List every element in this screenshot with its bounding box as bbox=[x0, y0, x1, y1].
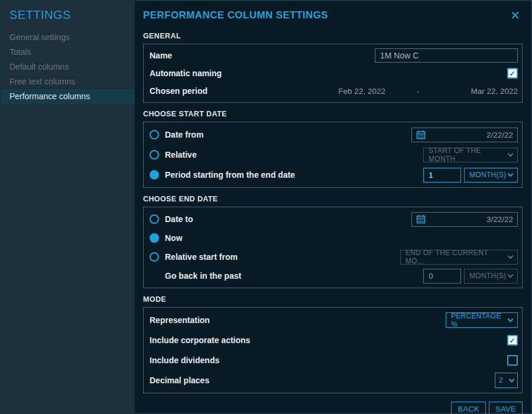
go-back-unit-dropdown[interactable]: MONTH(S) bbox=[464, 269, 518, 283]
date-from-radio[interactable] bbox=[150, 130, 159, 139]
date-from-value: 2/22/22 bbox=[486, 131, 513, 139]
include-dividends-row: Include dividends bbox=[150, 350, 518, 370]
name-label: Name bbox=[150, 51, 172, 60]
date-from-row: Date from 2/22/2 bbox=[150, 125, 518, 145]
period-from-end-label: Period starting from the end date bbox=[165, 170, 295, 180]
section-start-date-box: Date from 2/22/2 bbox=[143, 122, 523, 188]
calendar-icon bbox=[416, 214, 426, 224]
performance-column-settings-panel: PERFORMANCE COLUMN SETTINGS ✕ GENERAL Na… bbox=[135, 1, 531, 413]
now-radio[interactable] bbox=[150, 233, 159, 243]
decimal-places-value: 2 bbox=[499, 376, 503, 384]
include-corporate-actions-checkbox[interactable] bbox=[507, 335, 518, 345]
chosen-period-values: Feb 22, 2022 - Mar 22, 2022 bbox=[338, 87, 518, 96]
period-unit-value: MONTH(S) bbox=[469, 171, 506, 179]
sidebar-item-general-settings[interactable]: General settings bbox=[1, 30, 135, 45]
date-to-input[interactable]: 3/22/22 bbox=[411, 212, 518, 227]
relative-label: Relative bbox=[165, 150, 197, 159]
decimal-places-label: Decimal places bbox=[150, 376, 209, 385]
include-corporate-actions-row: Include corporate actions bbox=[150, 330, 518, 350]
name-input[interactable] bbox=[375, 48, 518, 63]
date-from-input[interactable]: 2/22/22 bbox=[411, 128, 518, 142]
footer-actions: BACK SAVE bbox=[143, 402, 523, 414]
automatic-naming-label: Automatic naming bbox=[150, 69, 222, 78]
section-general-title: GENERAL bbox=[143, 32, 523, 40]
section-general-box: Name Automatic naming Chosen period Feb … bbox=[143, 44, 523, 103]
now-row: Now bbox=[150, 229, 518, 247]
representation-dropdown[interactable]: PERCENTAGE % bbox=[446, 312, 518, 328]
automatic-naming-checkbox[interactable] bbox=[507, 68, 518, 79]
decimal-places-row: Decimal places 2 bbox=[150, 370, 518, 390]
period-from-end-row: Period starting from the end date MONTH(… bbox=[150, 165, 518, 185]
section-mode-box: Representation PERCENTAGE % Include corp… bbox=[143, 307, 523, 393]
section-end-date-box: Date to 3/22/22 bbox=[143, 207, 523, 288]
section-mode: MODE Representation PERCENTAGE % Include… bbox=[143, 295, 523, 393]
relative-radio[interactable] bbox=[150, 150, 159, 159]
panel-header: PERFORMANCE COLUMN SETTINGS ✕ bbox=[143, 9, 523, 25]
representation-label: Representation bbox=[150, 315, 210, 325]
relative-start-from-value: END OF THE CURRENT MO... bbox=[406, 249, 508, 265]
section-mode-title: MODE bbox=[143, 295, 523, 304]
go-back-label: Go back in the past bbox=[165, 271, 241, 281]
relative-dropdown[interactable]: START OF THE MONTH bbox=[423, 148, 518, 162]
go-back-unit-value: MONTH(S) bbox=[469, 272, 506, 280]
sidebar-item-totals[interactable]: Totals bbox=[1, 45, 135, 60]
go-back-row: Go back in the past MONTH(S) bbox=[150, 266, 518, 285]
representation-value: PERCENTAGE % bbox=[451, 312, 508, 328]
go-back-count-input[interactable] bbox=[423, 269, 461, 283]
include-corporate-actions-label: Include corporate actions bbox=[150, 335, 250, 345]
sidebar-title: SETTINGS bbox=[1, 1, 135, 30]
section-general: GENERAL Name Automatic naming Chosen per… bbox=[143, 32, 523, 103]
representation-row: Representation PERCENTAGE % bbox=[150, 310, 518, 330]
automatic-naming-row: Automatic naming bbox=[150, 64, 518, 82]
chevron-down-icon bbox=[508, 253, 514, 259]
period-separator: - bbox=[417, 87, 420, 96]
chosen-period-row: Chosen period Feb 22, 2022 - Mar 22, 202… bbox=[150, 82, 518, 100]
name-row: Name bbox=[150, 47, 518, 64]
sidebar: SETTINGS General settings Totals Default… bbox=[1, 1, 135, 413]
relative-start-from-row: Relative start from END OF THE CURRENT M… bbox=[150, 247, 518, 266]
chevron-down-icon bbox=[508, 316, 514, 322]
period-start-date: Feb 22, 2022 bbox=[338, 87, 385, 96]
period-from-end-radio[interactable] bbox=[150, 170, 159, 180]
date-to-label: Date to bbox=[165, 214, 193, 224]
section-end-date-title: CHOOSE END DATE bbox=[143, 195, 523, 203]
section-end-date: CHOOSE END DATE Date to bbox=[143, 195, 523, 288]
sidebar-item-free-text-columns[interactable]: Free text columns bbox=[1, 74, 135, 89]
settings-window: SETTINGS General settings Totals Default… bbox=[0, 0, 532, 414]
sidebar-item-performance-columns[interactable]: Performance columns bbox=[1, 89, 135, 104]
section-start-date-title: CHOOSE START DATE bbox=[143, 110, 523, 118]
chevron-down-icon bbox=[508, 151, 514, 157]
now-label: Now bbox=[165, 233, 183, 243]
date-from-label: Date from bbox=[165, 130, 203, 139]
relative-start-from-label: Relative start from bbox=[165, 252, 238, 262]
period-end-date: Mar 22, 2022 bbox=[471, 87, 518, 96]
chevron-down-icon bbox=[508, 171, 514, 177]
chosen-period-label: Chosen period bbox=[150, 86, 207, 96]
save-button[interactable]: SAVE bbox=[489, 402, 523, 414]
include-dividends-checkbox[interactable] bbox=[507, 355, 518, 366]
relative-start-from-dropdown[interactable]: END OF THE CURRENT MO... bbox=[400, 250, 518, 265]
date-to-row: Date to 3/22/22 bbox=[150, 210, 518, 229]
date-to-radio[interactable] bbox=[150, 214, 159, 224]
period-count-input[interactable] bbox=[423, 168, 461, 182]
sidebar-item-default-columns[interactable]: Default columns bbox=[1, 60, 135, 74]
decimal-places-dropdown[interactable]: 2 bbox=[495, 373, 518, 388]
include-dividends-label: Include dividends bbox=[150, 356, 219, 365]
period-unit-dropdown[interactable]: MONTH(S) bbox=[464, 168, 518, 182]
chevron-down-icon bbox=[509, 376, 515, 382]
relative-start-from-radio[interactable] bbox=[150, 252, 159, 262]
relative-dropdown-value: START OF THE MONTH bbox=[429, 146, 508, 163]
page-title: PERFORMANCE COLUMN SETTINGS bbox=[143, 9, 328, 21]
back-button[interactable]: BACK bbox=[451, 402, 486, 414]
chevron-down-icon bbox=[508, 272, 514, 278]
section-start-date: CHOOSE START DATE Date from bbox=[143, 110, 523, 188]
date-to-value: 3/22/22 bbox=[486, 215, 513, 224]
close-icon[interactable]: ✕ bbox=[508, 9, 523, 21]
relative-row: Relative START OF THE MONTH bbox=[150, 145, 518, 165]
calendar-icon bbox=[416, 130, 426, 139]
